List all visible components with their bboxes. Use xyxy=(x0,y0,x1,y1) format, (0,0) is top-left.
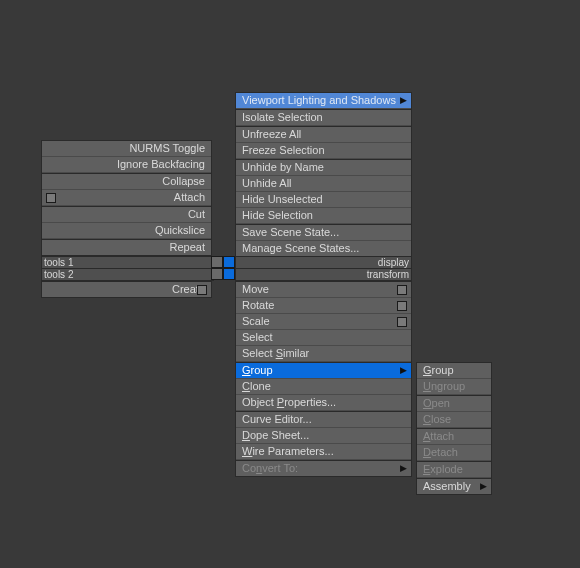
menu-item-label: Object Properties... xyxy=(242,396,336,408)
submenu-arrow-icon: ▶ xyxy=(400,461,407,476)
menu-item-label: Attach xyxy=(174,191,205,203)
menu-item[interactable]: Wire Parameters... xyxy=(236,444,411,460)
menu-item[interactable]: Hide Selection xyxy=(236,208,411,224)
menu-item-label: Curve Editor... xyxy=(242,413,312,425)
quad-cell-tl xyxy=(211,256,223,268)
menu-item[interactable]: Freeze Selection xyxy=(236,143,411,159)
menu-item-label: Assembly xyxy=(423,480,471,492)
menu-item-label: Hide Unselected xyxy=(242,193,323,205)
menu-item-label: Save Scene State... xyxy=(242,226,339,238)
menu-item[interactable]: Quickslice xyxy=(42,223,211,239)
quad-menu-tools-upper[interactable]: NURMS ToggleIgnore BackfacingCollapseAtt… xyxy=(41,140,212,256)
menu-item: Close xyxy=(417,412,491,428)
menu-item-label: Unhide All xyxy=(242,177,292,189)
menu-item-label: Scale xyxy=(242,315,270,327)
quad-menu-display[interactable]: Viewport Lighting and Shadows▶Isolate Se… xyxy=(235,92,412,257)
menu-item[interactable]: Move xyxy=(236,282,411,298)
flyout-box-icon xyxy=(397,317,407,327)
menu-item[interactable]: Rotate xyxy=(236,298,411,314)
quad-cell-br xyxy=(223,268,235,280)
submenu-arrow-icon: ▶ xyxy=(400,363,407,378)
menu-item-label: Detach xyxy=(423,446,458,458)
menu-item-label: Select xyxy=(242,331,273,343)
menu-item[interactable]: Select Similar xyxy=(236,346,411,362)
menu-item[interactable]: Attach xyxy=(42,190,211,206)
quad-header-tools-2: tools 2 xyxy=(41,268,214,281)
menu-item[interactable]: Hide Unselected xyxy=(236,192,411,208)
menu-item-label: Group xyxy=(423,364,454,376)
submenu-arrow-icon: ▶ xyxy=(400,93,407,108)
quad-menu-tools-lower[interactable]: Create xyxy=(41,281,212,298)
menu-item-label: Collapse xyxy=(162,175,205,187)
menu-item: Open xyxy=(417,395,491,412)
menu-item[interactable]: Manage Scene States... xyxy=(236,241,411,256)
menu-item-label: Isolate Selection xyxy=(242,111,323,123)
menu-item[interactable]: Repeat xyxy=(42,239,211,255)
quad-hub xyxy=(211,256,235,280)
menu-item: Detach xyxy=(417,445,491,461)
menu-item[interactable]: NURMS Toggle xyxy=(42,141,211,157)
menu-item-label: Select Similar xyxy=(242,347,309,359)
menu-item[interactable]: Create xyxy=(42,282,211,297)
menu-item[interactable]: Isolate Selection xyxy=(236,109,411,126)
menu-item[interactable]: Group xyxy=(417,363,491,379)
menu-item-label: Attach xyxy=(423,430,454,442)
menu-item[interactable]: Unhide by Name xyxy=(236,159,411,176)
quad-cell-bl xyxy=(211,268,223,280)
menu-item: Attach xyxy=(417,428,491,445)
quad-menu-transform[interactable]: MoveRotateScaleSelectSelect SimilarGroup… xyxy=(235,281,412,477)
menu-item[interactable]: Select xyxy=(236,330,411,346)
menu-item[interactable]: Clone xyxy=(236,379,411,395)
flyout-box-icon xyxy=(46,193,56,203)
menu-item[interactable]: Assembly▶ xyxy=(417,478,491,494)
quad-cell-tr xyxy=(223,256,235,268)
flyout-box-icon xyxy=(397,285,407,295)
menu-item[interactable]: Dope Sheet... xyxy=(236,428,411,444)
menu-item-label: Unfreeze All xyxy=(242,128,301,140)
menu-item[interactable]: Unhide All xyxy=(236,176,411,192)
menu-item-label: Ungroup xyxy=(423,380,465,392)
menu-item-label: Hide Selection xyxy=(242,209,313,221)
menu-item: Explode xyxy=(417,461,491,478)
menu-item[interactable]: Save Scene State... xyxy=(236,224,411,241)
menu-item-label: NURMS Toggle xyxy=(129,142,205,154)
menu-item: Convert To:▶ xyxy=(236,460,411,476)
menu-item[interactable]: Ignore Backfacing xyxy=(42,157,211,173)
menu-item-label: Viewport Lighting and Shadows xyxy=(242,94,396,106)
menu-item-label: Manage Scene States... xyxy=(242,242,359,254)
flyout-box-icon xyxy=(197,285,207,295)
menu-item-label: Rotate xyxy=(242,299,274,311)
menu-item-label: Ignore Backfacing xyxy=(117,158,205,170)
menu-item-label: Convert To: xyxy=(242,462,298,474)
menu-item[interactable]: Unfreeze All xyxy=(236,126,411,143)
menu-item[interactable]: Group▶ xyxy=(236,362,411,379)
flyout-box-icon xyxy=(397,301,407,311)
menu-item-label: Open xyxy=(423,397,450,409)
menu-item-label: Move xyxy=(242,283,269,295)
menu-item-label: Unhide by Name xyxy=(242,161,324,173)
menu-item-label: Close xyxy=(423,413,451,425)
menu-item-label: Group xyxy=(242,364,273,376)
menu-item-label: Clone xyxy=(242,380,271,392)
menu-item: Ungroup xyxy=(417,379,491,395)
menu-item[interactable]: Collapse xyxy=(42,173,211,190)
quad-header-transform: transform xyxy=(235,268,412,281)
menu-item-label: Wire Parameters... xyxy=(242,445,334,457)
submenu-arrow-icon: ▶ xyxy=(480,479,487,494)
menu-item-label: Repeat xyxy=(170,241,205,253)
menu-item-label: Dope Sheet... xyxy=(242,429,309,441)
menu-item[interactable]: Scale xyxy=(236,314,411,330)
menu-item-label: Freeze Selection xyxy=(242,144,325,156)
menu-item-label: Explode xyxy=(423,463,463,475)
submenu-group[interactable]: GroupUngroupOpenCloseAttachDetachExplode… xyxy=(416,362,492,495)
menu-item[interactable]: Object Properties... xyxy=(236,395,411,411)
menu-item-label: Quickslice xyxy=(155,224,205,236)
menu-item[interactable]: Cut xyxy=(42,206,211,223)
menu-item-label: Cut xyxy=(188,208,205,220)
menu-item[interactable]: Viewport Lighting and Shadows▶ xyxy=(236,93,411,109)
menu-item[interactable]: Curve Editor... xyxy=(236,411,411,428)
